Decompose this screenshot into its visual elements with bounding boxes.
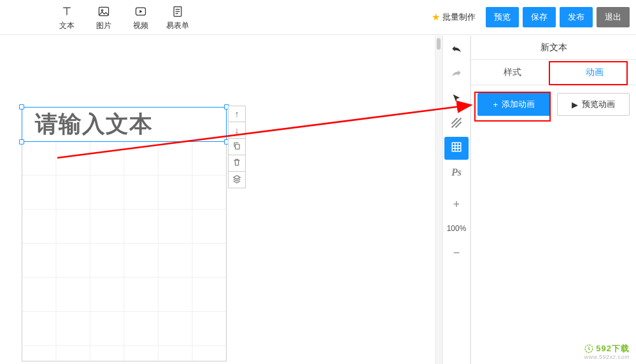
cursor-icon <box>451 94 462 106</box>
resize-handle-bl[interactable] <box>19 139 24 144</box>
add-animation-label: 添加动画 <box>502 99 535 110</box>
vertical-toolbar: Ps + 100% − <box>442 36 470 364</box>
tool-text-label: 文本 <box>59 20 74 31</box>
trash-icon <box>232 158 241 169</box>
arrow-up-icon: ↑ <box>235 109 239 119</box>
video-icon <box>134 4 147 19</box>
move-down-button[interactable]: ↓ <box>228 122 246 139</box>
properties-panel: 新文本 样式 动画 + 添加动画 ▶ 预览动画 <box>470 36 636 364</box>
tool-video[interactable]: 视频 <box>122 4 159 31</box>
undo-icon <box>450 44 463 59</box>
tool-text[interactable]: 文本 <box>48 4 85 31</box>
panel-tabs: 样式 动画 <box>471 60 636 85</box>
tab-style[interactable]: 样式 <box>471 60 554 85</box>
layers-button[interactable] <box>228 172 246 188</box>
canvas-scrollbar[interactable] <box>435 36 442 364</box>
publish-button[interactable]: 发布 <box>560 7 593 27</box>
ps-icon: Ps <box>451 167 462 178</box>
tool-image-label: 图片 <box>96 20 111 31</box>
batch-create-label: 批量制作 <box>442 11 476 23</box>
top-tools-group: 文本 图片 视频 易表单 <box>4 4 196 31</box>
selected-text-element[interactable]: 请输入文本 <box>22 107 227 142</box>
plus-icon: + <box>453 198 460 211</box>
redo-button[interactable] <box>444 64 469 87</box>
hatch-tool-button[interactable] <box>444 113 469 136</box>
preview-animation-label: 预览动画 <box>582 99 615 110</box>
minus-icon: − <box>453 246 460 260</box>
panel-title: 新文本 <box>471 36 636 60</box>
tool-form-label: 易表单 <box>166 20 189 31</box>
svg-rect-0 <box>99 7 109 15</box>
svg-rect-4 <box>236 144 239 150</box>
grid-icon <box>451 141 462 155</box>
tool-image[interactable]: 图片 <box>85 4 122 31</box>
canvas-area: 请输入文本 ↑ ↓ <box>0 36 442 364</box>
top-right-group: ★ 批量制作 预览 保存 发布 退出 <box>432 7 632 27</box>
hatch-icon <box>451 117 462 131</box>
canvas-grid[interactable]: 请输入文本 <box>22 107 227 361</box>
copy-button[interactable] <box>228 139 246 155</box>
ps-tool-button[interactable]: Ps <box>444 161 469 184</box>
tab-animation[interactable]: 动画 <box>554 60 637 85</box>
top-toolbar: 文本 图片 视频 易表单 ★ 批量制作 预览 保存 发布 退出 <box>0 0 636 35</box>
add-animation-button[interactable]: + 添加动画 <box>477 93 551 116</box>
preview-animation-button[interactable]: ▶ 预览动画 <box>557 93 630 116</box>
zoom-in-button[interactable]: + <box>444 193 469 216</box>
move-up-button[interactable]: ↑ <box>228 106 246 122</box>
element-tool-strip: ↑ ↓ <box>228 106 246 188</box>
form-icon <box>171 4 184 19</box>
text-icon <box>60 4 73 19</box>
zoom-out-button[interactable]: − <box>444 241 469 264</box>
play-icon: ▶ <box>572 100 578 109</box>
delete-button[interactable] <box>228 155 246 172</box>
animation-actions: + 添加动画 ▶ 预览动画 <box>471 85 636 123</box>
arrow-down-icon: ↓ <box>235 125 239 136</box>
layers-icon <box>232 174 241 185</box>
tool-form[interactable]: 易表单 <box>159 4 196 31</box>
save-button[interactable]: 保存 <box>523 7 556 27</box>
svg-rect-5 <box>452 143 461 151</box>
image-icon <box>97 4 110 19</box>
copy-icon <box>232 141 241 152</box>
redo-icon <box>450 68 463 83</box>
resize-handle-tl[interactable] <box>19 104 24 109</box>
tool-video-label: 视频 <box>133 20 148 31</box>
preview-button[interactable]: 预览 <box>486 7 519 27</box>
cursor-tool-button[interactable] <box>444 88 469 111</box>
exit-button[interactable]: 退出 <box>597 7 630 27</box>
plus-icon: + <box>493 100 498 109</box>
grid-tool-button[interactable] <box>444 137 469 160</box>
zoom-level[interactable]: 100% <box>444 217 469 240</box>
undo-button[interactable] <box>444 40 469 63</box>
svg-point-1 <box>101 10 103 11</box>
batch-create-link[interactable]: ★ 批量制作 <box>432 11 476 23</box>
text-element-content: 请输入文本 <box>35 109 153 140</box>
scrollbar-thumb[interactable] <box>437 38 441 50</box>
star-icon: ★ <box>432 11 440 23</box>
